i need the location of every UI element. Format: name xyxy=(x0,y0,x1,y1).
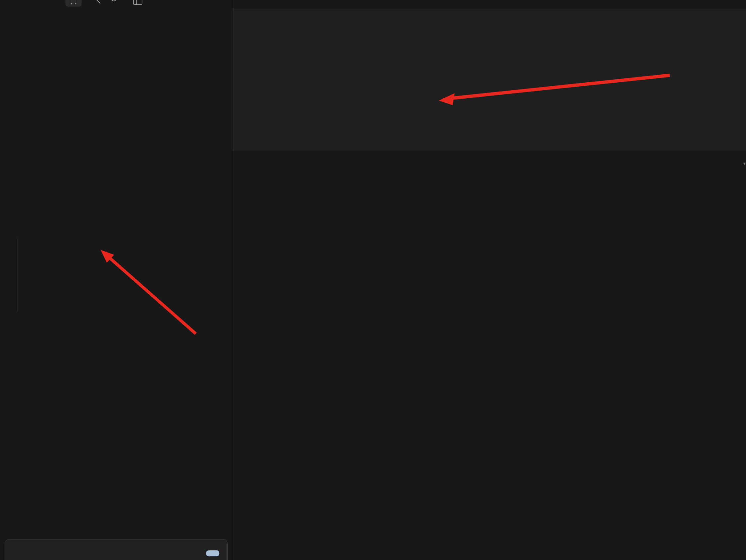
search-icon[interactable] xyxy=(110,0,118,6)
panel-tabs xyxy=(233,151,746,168)
editor-area xyxy=(233,0,746,560)
update-notification xyxy=(5,539,228,560)
navigate-back-icon[interactable] xyxy=(93,0,103,6)
breadcrumb xyxy=(233,9,746,25)
terminal[interactable] xyxy=(233,168,746,560)
project-section-header[interactable] xyxy=(0,141,233,151)
explorer-sidebar xyxy=(0,0,233,560)
code-editor[interactable] xyxy=(233,25,746,151)
layout-panel-icon[interactable] xyxy=(133,0,143,7)
install-now-button[interactable] xyxy=(206,550,219,556)
indent-guide xyxy=(18,238,18,312)
bottom-panel xyxy=(233,151,746,560)
window-control-button[interactable] xyxy=(65,0,82,7)
open-editors-header[interactable] xyxy=(0,10,233,20)
editor-tabs xyxy=(233,0,746,9)
